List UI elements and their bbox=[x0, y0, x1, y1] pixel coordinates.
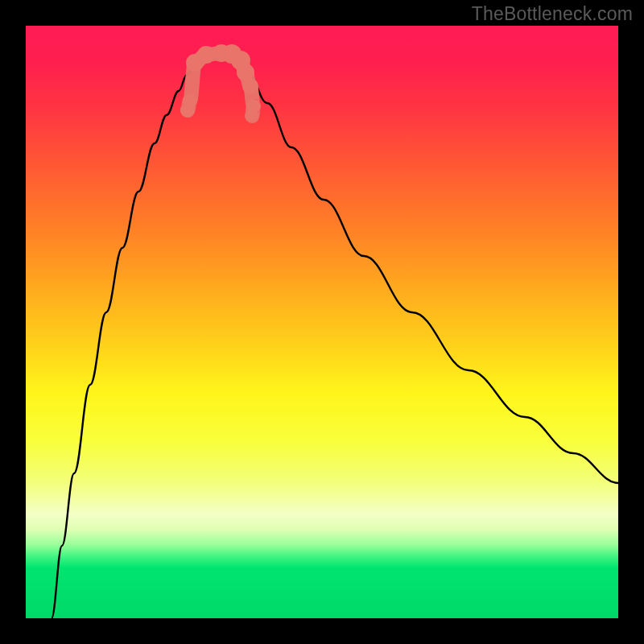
watermark-text: TheBottleneck.com bbox=[472, 3, 633, 25]
valley-point-10 bbox=[246, 109, 258, 122]
curves-svg bbox=[26, 26, 618, 618]
chart-frame: TheBottleneck.com bbox=[0, 0, 644, 644]
valley-point-8 bbox=[242, 78, 258, 94]
curve-right-branch bbox=[235, 56, 618, 483]
valley-point-3 bbox=[197, 46, 215, 64]
valley-point-1 bbox=[183, 93, 197, 108]
curve-left-branch bbox=[52, 56, 201, 618]
plot-area bbox=[26, 26, 618, 618]
